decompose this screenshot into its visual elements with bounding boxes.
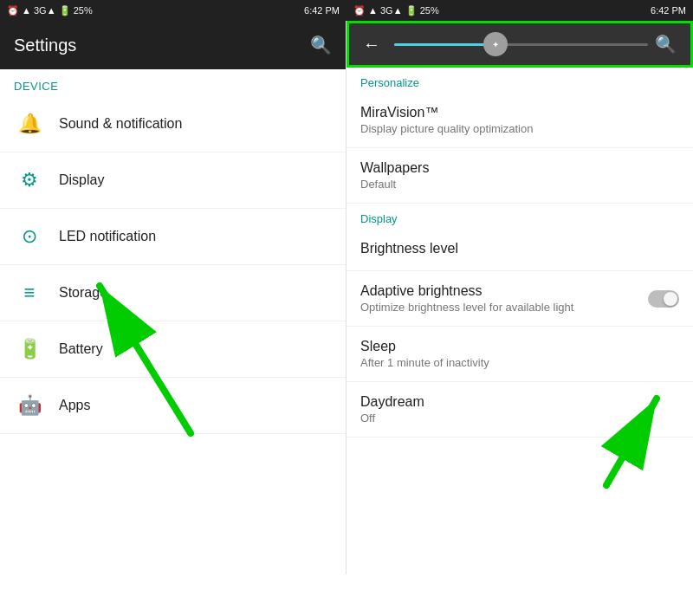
sleep-subtitle: After 1 minute of inactivity xyxy=(360,356,644,369)
brightness-overlay: ← 🔍 xyxy=(346,21,693,68)
wallpapers-subtitle: Default xyxy=(360,178,644,191)
settings-title: Settings xyxy=(14,36,76,55)
settings-item-battery[interactable]: 🔋 Battery xyxy=(0,321,346,378)
slider-track xyxy=(394,43,648,46)
apps-icon: 🤖 xyxy=(14,390,45,421)
storage-icon: ≡ xyxy=(14,277,45,308)
settings-header: Settings 🔍 xyxy=(0,21,346,69)
wallpapers-title: Wallpapers xyxy=(360,160,644,176)
settings-item-display[interactable]: ⚙ Display xyxy=(0,152,346,209)
wallpapers-item[interactable]: Wallpapers Default xyxy=(346,148,693,204)
back-nav-left[interactable]: ◁ xyxy=(37,574,79,616)
adaptive-brightness-title: Adaptive brightness xyxy=(360,283,644,299)
status-icons-right: ⏰ ▲ 3G▲ 🔋 25% xyxy=(353,5,439,16)
display-icon: ⚙ xyxy=(14,165,45,196)
led-label: LED notification xyxy=(59,229,156,244)
slider-fill xyxy=(394,43,495,46)
bottom-navigation: ◁ ○ □ ◁ ○ □ xyxy=(0,574,693,616)
adaptive-brightness-item[interactable]: Adaptive brightness Optimize brightness … xyxy=(346,271,693,327)
settings-item-storage[interactable]: ≡ Storage xyxy=(0,265,346,321)
time-left: 6:42 PM xyxy=(304,5,340,16)
section-device-label: Device xyxy=(0,69,346,96)
back-nav-right[interactable]: ◁ xyxy=(384,574,425,616)
daydream-item[interactable]: Daydream Off xyxy=(346,382,693,438)
back-button[interactable]: ← xyxy=(363,35,380,55)
brightness-slider[interactable] xyxy=(394,43,648,46)
status-bar-right: ⏰ ▲ 3G▲ 🔋 25% 6:42 PM xyxy=(346,0,693,21)
settings-list: Device 🔔 Sound & notification ⚙ Display … xyxy=(0,69,346,574)
status-icons-left: ⏰ ▲ 3G▲ 🔋 25% xyxy=(7,5,93,16)
apps-label: Apps xyxy=(59,398,90,413)
recent-nav-left[interactable]: □ xyxy=(268,574,309,616)
sleep-title: Sleep xyxy=(360,339,644,354)
miravision-item[interactable]: MiraVision™ Display picture quality opti… xyxy=(346,93,693,148)
status-bar-left: ⏰ ▲ 3G▲ 🔋 25% 6:42 PM xyxy=(0,0,346,21)
miravision-subtitle: Display picture quality optimization xyxy=(360,122,644,135)
settings-item-apps[interactable]: 🤖 Apps xyxy=(0,378,346,434)
slider-thumb[interactable] xyxy=(483,32,508,56)
storage-label: Storage xyxy=(59,285,107,301)
brightness-level-item[interactable]: Brightness level xyxy=(346,229,693,271)
miravision-title: MiraVision™ xyxy=(360,105,644,120)
display-section-label: Display xyxy=(346,204,693,229)
recent-nav-right[interactable]: □ xyxy=(614,574,656,616)
search-icon-right[interactable]: 🔍 xyxy=(655,34,677,55)
home-nav-left[interactable]: ○ xyxy=(152,574,194,616)
sleep-item[interactable]: Sleep After 1 minute of inactivity xyxy=(346,327,693,382)
bottom-nav-right: ◁ ○ □ xyxy=(346,574,693,616)
led-icon: ⊙ xyxy=(14,221,45,252)
daydream-title: Daydream xyxy=(360,394,644,410)
sound-label: Sound & notification xyxy=(59,116,182,132)
battery-label: Battery xyxy=(59,341,103,357)
time-right: 6:42 PM xyxy=(651,5,686,16)
daydream-subtitle: Off xyxy=(360,412,644,425)
brightness-level-title: Brightness level xyxy=(360,241,644,256)
display-label: Display xyxy=(59,172,104,188)
settings-item-led[interactable]: ⊙ LED notification xyxy=(0,209,346,265)
battery-icon: 🔋 xyxy=(14,334,45,365)
personalize-section-label: Personalize xyxy=(346,68,693,93)
search-icon[interactable]: 🔍 xyxy=(310,35,332,55)
adaptive-brightness-subtitle: Optimize brightness level for available … xyxy=(360,301,644,314)
home-nav-right[interactable]: ○ xyxy=(499,574,541,616)
sound-icon: 🔔 xyxy=(14,108,45,139)
adaptive-brightness-toggle[interactable] xyxy=(648,290,679,308)
settings-panel: Settings 🔍 Device 🔔 Sound & notification… xyxy=(0,21,346,574)
display-settings-panel: ← 🔍 Personalize MiraVision™ Display pict… xyxy=(346,21,693,574)
settings-item-sound[interactable]: 🔔 Sound & notification xyxy=(0,96,346,152)
bottom-nav-left: ◁ ○ □ xyxy=(0,574,346,616)
